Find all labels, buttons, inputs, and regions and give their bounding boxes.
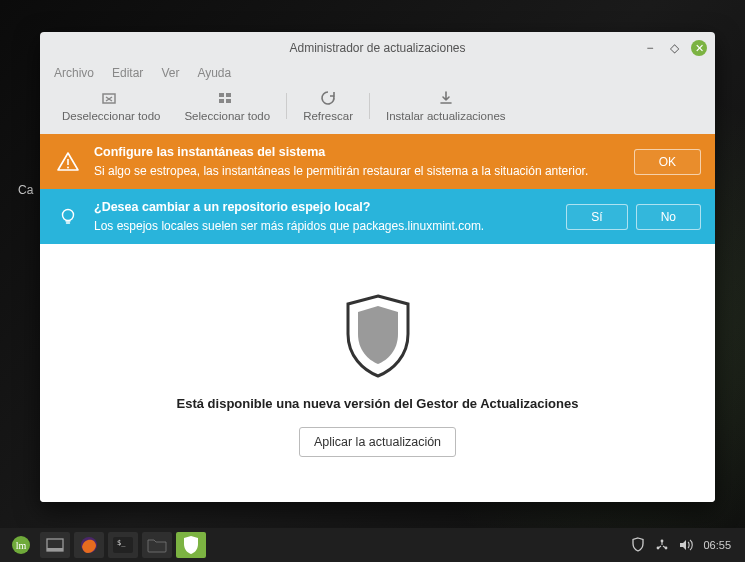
- shield-large-icon: [338, 290, 418, 380]
- svg-rect-1: [219, 93, 224, 97]
- lightbulb-icon: [54, 206, 82, 228]
- svg-rect-3: [219, 99, 224, 103]
- snapshot-banner-text: Configure las instantáneas del sistema S…: [94, 144, 622, 179]
- new-version-headline: Está disponible una nueva versión del Ge…: [177, 396, 579, 411]
- install-label: Instalar actualizaciones: [386, 110, 506, 122]
- install-updates-button[interactable]: Instalar actualizaciones: [374, 90, 518, 122]
- deselect-icon: [102, 90, 120, 106]
- snapshot-ok-button[interactable]: OK: [634, 149, 701, 175]
- toolbar-separator: [369, 93, 370, 119]
- terminal-button[interactable]: $_: [108, 532, 138, 558]
- select-label: Seleccionar todo: [184, 110, 270, 122]
- select-icon: [218, 90, 236, 106]
- start-menu-button[interactable]: lm: [6, 532, 36, 558]
- svg-rect-2: [226, 93, 231, 97]
- svg-point-15: [661, 540, 664, 543]
- menu-edit[interactable]: Editar: [112, 66, 143, 80]
- system-tray: 06:55: [631, 537, 739, 553]
- taskbar: lm $_ 06:55: [0, 528, 745, 562]
- toolbar: Deseleccionar todo Seleccionar todo Refr…: [40, 86, 715, 134]
- mirror-yes-button[interactable]: Sí: [566, 204, 627, 230]
- select-all-button[interactable]: Seleccionar todo: [172, 90, 282, 122]
- refresh-icon: [319, 90, 337, 106]
- update-manager-taskbar[interactable]: [176, 532, 206, 558]
- snapshot-banner: Configure las instantáneas del sistema S…: [40, 134, 715, 189]
- svg-rect-11: [47, 548, 63, 551]
- menu-file[interactable]: Archivo: [54, 66, 94, 80]
- mirror-body: Los espejos locales suelen ser más rápid…: [94, 219, 484, 233]
- apply-update-button[interactable]: Aplicar la actualización: [299, 427, 456, 457]
- minimize-button[interactable]: −: [643, 41, 657, 55]
- refresh-label: Refrescar: [303, 110, 353, 122]
- snapshot-title: Configure las instantáneas del sistema: [94, 144, 622, 161]
- clock[interactable]: 06:55: [703, 539, 731, 551]
- tray-shield-icon[interactable]: [631, 537, 645, 553]
- menubar: Archivo Editar Ver Ayuda: [40, 64, 715, 86]
- files-button[interactable]: [142, 532, 172, 558]
- deselect-label: Deseleccionar todo: [62, 110, 160, 122]
- deselect-all-button[interactable]: Deseleccionar todo: [50, 90, 172, 122]
- desktop-icon-label: Ca: [18, 183, 33, 197]
- svg-rect-4: [226, 99, 231, 103]
- main-content: Está disponible una nueva versión del Ge…: [40, 244, 715, 502]
- install-icon: [437, 90, 455, 106]
- svg-point-7: [63, 209, 74, 220]
- mirror-no-button[interactable]: No: [636, 204, 701, 230]
- titlebar: Administrador de actualizaciones − ◇ ✕: [40, 32, 715, 64]
- window-title: Administrador de actualizaciones: [40, 41, 715, 55]
- menu-help[interactable]: Ayuda: [197, 66, 231, 80]
- warning-icon: [54, 150, 82, 174]
- svg-text:$_: $_: [117, 539, 126, 547]
- window-controls: − ◇ ✕: [643, 40, 707, 56]
- mirror-banner: ¿Desea cambiar a un repositorio espejo l…: [40, 189, 715, 244]
- update-manager-window: Administrador de actualizaciones − ◇ ✕ A…: [40, 32, 715, 502]
- snapshot-body: Si algo se estropea, las instantáneas le…: [94, 164, 588, 178]
- firefox-button[interactable]: [74, 532, 104, 558]
- close-button[interactable]: ✕: [691, 40, 707, 56]
- mirror-title: ¿Desea cambiar a un repositorio espejo l…: [94, 199, 554, 216]
- svg-text:lm: lm: [16, 540, 27, 551]
- refresh-button[interactable]: Refrescar: [291, 90, 365, 122]
- volume-icon[interactable]: [679, 539, 693, 551]
- mirror-banner-text: ¿Desea cambiar a un repositorio espejo l…: [94, 199, 554, 234]
- menu-view[interactable]: Ver: [161, 66, 179, 80]
- show-desktop-button[interactable]: [40, 532, 70, 558]
- network-icon[interactable]: [655, 538, 669, 552]
- toolbar-separator: [286, 93, 287, 119]
- svg-point-6: [67, 166, 69, 168]
- maximize-button[interactable]: ◇: [667, 41, 681, 55]
